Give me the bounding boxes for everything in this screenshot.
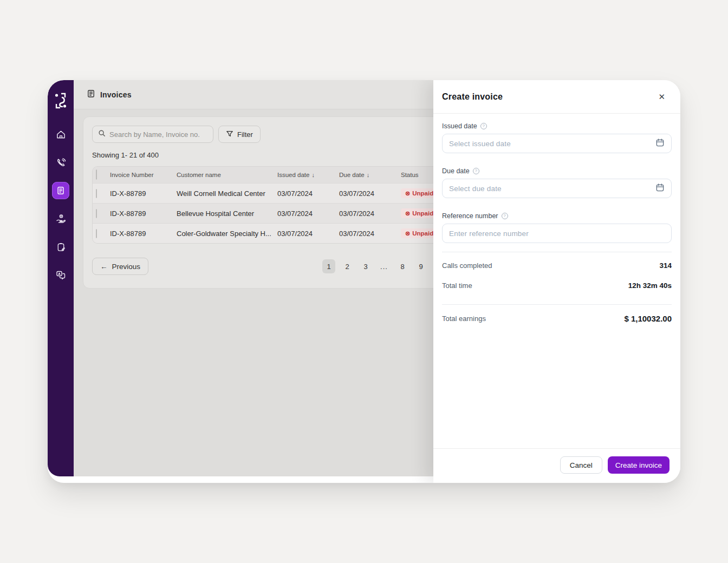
row-checkbox[interactable] [96, 229, 97, 238]
info-icon: ? [502, 213, 508, 219]
cell-due-date: 03/07/2024 [339, 189, 401, 198]
cell-due-date: 03/07/2024 [339, 210, 401, 218]
app-window: Invoices [48, 80, 680, 483]
phone-icon [56, 158, 66, 168]
col-status: Status [401, 172, 433, 178]
info-icon: ? [480, 123, 487, 129]
total-earnings-row: Total earnings $ 1,10032.00 [442, 308, 672, 329]
sidebar-item-calls[interactable] [52, 154, 69, 171]
info-icon: ? [473, 168, 479, 174]
divider [442, 252, 672, 252]
select-all-checkbox[interactable] [96, 169, 97, 180]
hand-coin-icon [55, 213, 66, 224]
divider [442, 304, 672, 305]
cell-customer-name: Bellevue Hospital Center [177, 210, 277, 218]
sidebar-item-home[interactable] [52, 126, 69, 143]
col-invoice-number: Invoice Number [110, 172, 177, 178]
invoices-table: Invoice Number Customer name Issued date… [92, 166, 433, 244]
col-due-date[interactable]: Due date ↓ [339, 172, 401, 178]
toolbar: Filter [92, 126, 433, 143]
create-invoice-button[interactable]: Create invoice [608, 456, 670, 474]
status-badge: ⊗Unpaid [401, 208, 433, 218]
page-number[interactable]: 1 [322, 259, 335, 273]
total-earnings-label: Total earnings [442, 315, 486, 323]
invoices-header-icon [87, 89, 95, 100]
table-header-row: Invoice Number Customer name Issued date… [93, 167, 433, 183]
page-number[interactable]: 9 [414, 259, 427, 273]
arrow-left-icon: ← [100, 263, 108, 271]
calendar-icon[interactable] [655, 183, 665, 194]
table-row[interactable]: ID-X-88789 Weill Cornell Medical Center … [93, 183, 433, 203]
chat-translate-icon [55, 270, 66, 280]
cell-customer-name: Weill Cornell Medical Center [177, 189, 277, 198]
cell-due-date: 03/07/2024 [339, 230, 401, 238]
due-date-input[interactable] [449, 185, 651, 193]
unpaid-circle-x-icon: ⊗ [405, 191, 410, 197]
search-box[interactable] [92, 126, 213, 143]
status-badge: ⊗Unpaid [401, 228, 433, 238]
row-checkbox[interactable] [96, 209, 97, 218]
sidebar-item-invoices[interactable] [52, 182, 69, 199]
cell-invoice-number: ID-X-88789 [110, 230, 177, 238]
sort-desc-icon[interactable]: ↓ [367, 172, 370, 178]
sidebar-item-earnings[interactable] [52, 210, 69, 227]
total-time-value: 12h 32m 40s [628, 282, 672, 290]
clipboard-edit-icon [56, 242, 66, 252]
search-input[interactable] [109, 130, 207, 139]
issued-date-label: Issued date ? [442, 122, 672, 130]
invoices-table-card: Filter Showing 1- 21 of 400 Invoice Numb… [83, 116, 433, 289]
issued-date-field[interactable] [442, 134, 672, 153]
page-title: Invoices [100, 90, 132, 99]
status-badge: ⊗Unpaid [401, 188, 433, 198]
page-list: 1 2 3 ... 8 9 10 [322, 259, 433, 273]
sidebar [48, 80, 74, 476]
unpaid-circle-x-icon: ⊗ [405, 211, 410, 217]
calls-completed-row: Calls completed 314 [442, 256, 672, 276]
page-header: Invoices [74, 80, 433, 109]
panel-header: Create invoice ✕ [433, 80, 680, 114]
panel-footer: Cancel Create invoice [433, 448, 680, 483]
table-row[interactable]: ID-X-88789 Bellevue Hospital Center 03/0… [93, 203, 433, 223]
pagination: ← Previous 1 2 3 ... 8 9 10 [92, 258, 433, 275]
brand-logo [53, 91, 69, 110]
due-date-label: Due date ? [442, 167, 672, 175]
col-issued-date[interactable]: Issued date ↓ [277, 172, 339, 178]
close-icon[interactable]: ✕ [656, 90, 667, 103]
reference-number-input[interactable] [449, 230, 665, 238]
total-time-row: Total time 12h 32m 40s [442, 276, 672, 296]
results-count: Showing 1- 21 of 400 [92, 151, 433, 159]
search-icon [98, 129, 106, 139]
row-checkbox[interactable] [96, 189, 97, 198]
page-number[interactable]: 8 [396, 259, 409, 273]
panel-body: Issued date ? Due date ? [433, 114, 680, 448]
due-date-field[interactable] [442, 179, 672, 198]
page-number[interactable]: 2 [341, 259, 354, 273]
sidebar-item-translate[interactable] [52, 266, 69, 284]
cancel-button[interactable]: Cancel [560, 456, 602, 474]
filter-button[interactable]: Filter [218, 126, 261, 143]
cell-issued-date: 03/07/2024 [277, 230, 339, 238]
invoice-doc-icon [56, 186, 66, 195]
total-earnings-value: $ 1,10032.00 [624, 314, 672, 323]
sidebar-nav [52, 126, 69, 284]
sort-desc-icon[interactable]: ↓ [311, 172, 315, 178]
page-ellipsis: ... [378, 259, 391, 273]
page-number[interactable]: 3 [359, 259, 372, 273]
create-invoice-panel: Create invoice ✕ Issued date ? Due date [433, 80, 680, 483]
panel-title: Create invoice [442, 92, 503, 102]
cell-customer-name: Coler-Goldwater Specialty H... [177, 230, 277, 238]
calendar-icon[interactable] [655, 138, 665, 149]
calls-completed-label: Calls completed [442, 261, 492, 270]
filter-funnel-icon [226, 130, 233, 139]
reference-number-label: Reference number ? [442, 212, 672, 220]
home-icon [56, 129, 66, 140]
previous-page-button[interactable]: ← Previous [92, 258, 148, 275]
cell-invoice-number: ID-X-88789 [110, 189, 177, 198]
table-row[interactable]: ID-X-88789 Coler-Goldwater Specialty H..… [93, 223, 433, 243]
reference-number-field[interactable] [442, 224, 672, 243]
total-time-label: Total time [442, 282, 472, 290]
calls-completed-value: 314 [659, 261, 672, 270]
sidebar-item-reports[interactable] [52, 238, 69, 256]
filter-label: Filter [237, 130, 253, 139]
issued-date-input[interactable] [449, 140, 651, 148]
